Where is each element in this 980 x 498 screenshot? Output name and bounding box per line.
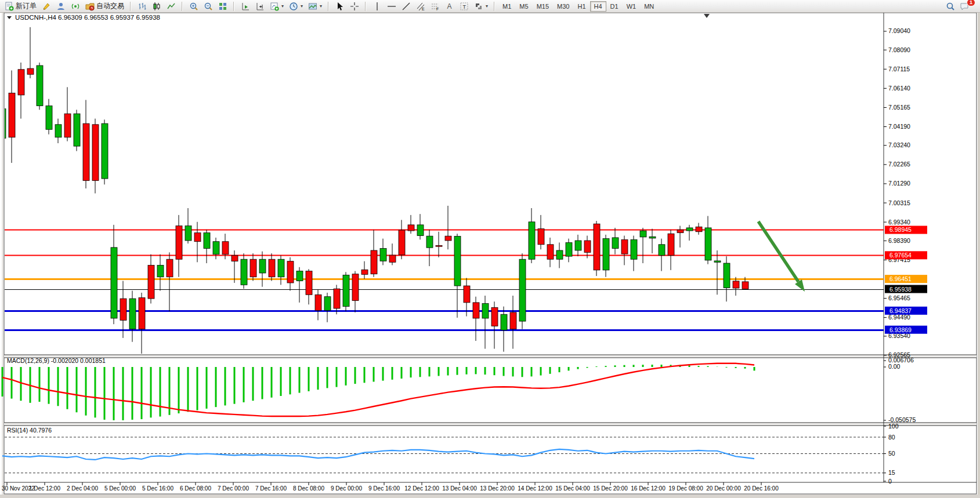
pane-divider[interactable] bbox=[4, 423, 977, 426]
bear-candle bbox=[194, 232, 201, 241]
auto-scroll-button[interactable] bbox=[238, 1, 252, 12]
svg-text:T: T bbox=[462, 3, 466, 9]
label-tool-icon: T bbox=[459, 2, 469, 11]
trendline-tool[interactable] bbox=[399, 1, 413, 12]
chart-shift-button[interactable] bbox=[252, 1, 267, 12]
macd-label: MACD(12,26,9) -0.002020 0.001851 bbox=[7, 357, 106, 364]
bear-candle bbox=[594, 224, 600, 270]
bear-candle bbox=[306, 271, 312, 295]
horizontal-line-icon bbox=[386, 2, 396, 11]
bull-candle bbox=[482, 304, 489, 318]
date-axis-label: 13 Dec 20:00 bbox=[480, 485, 515, 492]
marker-tool-button[interactable] bbox=[39, 1, 53, 12]
notifications-button[interactable]: 1 bbox=[957, 1, 972, 12]
search-button[interactable] bbox=[943, 1, 957, 12]
bear-candle bbox=[250, 259, 256, 277]
bear-candle bbox=[148, 265, 154, 299]
timeframe-h4[interactable]: H4 bbox=[590, 1, 606, 12]
chevron-down-icon: ▾ bbox=[281, 3, 284, 9]
date-axis-label: 2 Dec 04:00 bbox=[67, 485, 98, 492]
bear-candle bbox=[538, 229, 544, 245]
zoom-in-button[interactable] bbox=[186, 1, 201, 12]
bull-candle bbox=[185, 226, 191, 241]
rsi-scale-label: 50 bbox=[888, 450, 895, 457]
candlestick-chart-button[interactable] bbox=[149, 1, 164, 12]
bull-candle bbox=[519, 259, 526, 321]
bull-candle bbox=[714, 261, 721, 262]
timeframe-m5[interactable]: M5 bbox=[515, 1, 532, 12]
bear-candle bbox=[389, 255, 396, 262]
template-icon bbox=[308, 2, 317, 11]
bear-candle bbox=[222, 242, 229, 255]
cursor-button[interactable] bbox=[332, 1, 347, 12]
profile-button[interactable] bbox=[53, 1, 68, 12]
date-axis-label: 14 Dec 12:00 bbox=[518, 485, 552, 492]
channel-tool[interactable]: E bbox=[413, 1, 428, 12]
bear-candle bbox=[436, 245, 442, 246]
periods-button[interactable]: ▾ bbox=[286, 1, 305, 12]
bear-candle bbox=[473, 303, 479, 318]
crosshair-button[interactable] bbox=[347, 1, 361, 12]
bull-candle bbox=[278, 259, 284, 277]
line-chart-button[interactable] bbox=[164, 1, 178, 12]
bar-chart-button[interactable] bbox=[135, 1, 149, 12]
zoom-in-icon bbox=[189, 2, 198, 11]
marker-icon bbox=[41, 2, 51, 11]
channel-icon: E bbox=[415, 2, 425, 11]
indicators-button[interactable]: ▾ bbox=[267, 1, 286, 12]
bear-candle bbox=[92, 125, 99, 181]
new-order-button[interactable]: 新订单 bbox=[2, 1, 39, 12]
timeframe-w1[interactable]: W1 bbox=[623, 1, 641, 12]
new-order-label: 新订单 bbox=[16, 1, 37, 11]
signal-button[interactable] bbox=[68, 1, 82, 12]
price-axis-label: 7.02265 bbox=[888, 161, 910, 168]
timeframe-h1[interactable]: H1 bbox=[573, 1, 590, 12]
date-axis-label: 20 Dec 00:00 bbox=[706, 485, 741, 492]
timeframe-mn[interactable]: MN bbox=[640, 1, 658, 12]
label-tool[interactable]: T bbox=[457, 1, 471, 12]
price-line-badge-label: 6.96451 bbox=[889, 275, 912, 282]
bull-candle bbox=[213, 242, 219, 255]
auto-trading-button[interactable]: 自动交易 bbox=[82, 1, 126, 12]
pane-divider[interactable] bbox=[4, 355, 977, 358]
tile-windows-button[interactable] bbox=[215, 1, 230, 12]
bull-candle bbox=[55, 125, 62, 137]
timeframe-m15[interactable]: M15 bbox=[533, 1, 553, 12]
bar-chart-icon bbox=[137, 2, 147, 11]
bear-candle bbox=[287, 261, 294, 283]
bear-candle bbox=[9, 93, 15, 137]
horizontal-line-tool[interactable] bbox=[384, 1, 399, 12]
bull-candle bbox=[343, 275, 349, 306]
timeframe-m1[interactable]: M1 bbox=[498, 1, 515, 12]
cursor-icon bbox=[335, 2, 345, 11]
toolbar-separator bbox=[130, 2, 131, 11]
date-axis-label: 19 Dec 08:00 bbox=[668, 485, 703, 492]
date-axis-label: 20 Dec 16:00 bbox=[744, 485, 779, 492]
date-axis-label: 1 Dec 12:00 bbox=[29, 485, 60, 492]
text-tool[interactable]: A bbox=[442, 1, 457, 12]
price-line-badge-label: 6.97654 bbox=[889, 252, 912, 259]
date-axis-label: 9 Dec 16:00 bbox=[368, 485, 400, 492]
bull-candle bbox=[705, 228, 711, 260]
timeframe-d1[interactable]: D1 bbox=[606, 1, 623, 12]
bear-candle bbox=[621, 239, 628, 254]
date-axis-label: 15 Dec 20:00 bbox=[593, 485, 628, 492]
bull-candle bbox=[529, 222, 535, 259]
bear-candle bbox=[167, 259, 173, 277]
price-axis-label: 7.05165 bbox=[888, 104, 910, 111]
price-axis-label: 7.06140 bbox=[888, 85, 910, 92]
shapes-tool[interactable]: ▾ bbox=[471, 1, 490, 12]
vertical-line-tool[interactable] bbox=[370, 1, 384, 12]
bear-candle bbox=[408, 225, 414, 231]
bull-candle bbox=[426, 236, 433, 248]
templates-button[interactable]: ▾ bbox=[305, 1, 324, 12]
zoom-out-icon bbox=[203, 2, 213, 11]
bull-candle bbox=[501, 314, 507, 330]
zoom-out-button[interactable] bbox=[201, 1, 215, 12]
bear-candle bbox=[139, 297, 145, 329]
bull-candle bbox=[241, 259, 247, 285]
candlestick-chart-icon bbox=[151, 2, 161, 11]
timeframe-m30[interactable]: M30 bbox=[553, 1, 573, 12]
fibonacci-tool[interactable]: F bbox=[428, 1, 442, 12]
rsi-scale-label: 80 bbox=[888, 434, 895, 441]
